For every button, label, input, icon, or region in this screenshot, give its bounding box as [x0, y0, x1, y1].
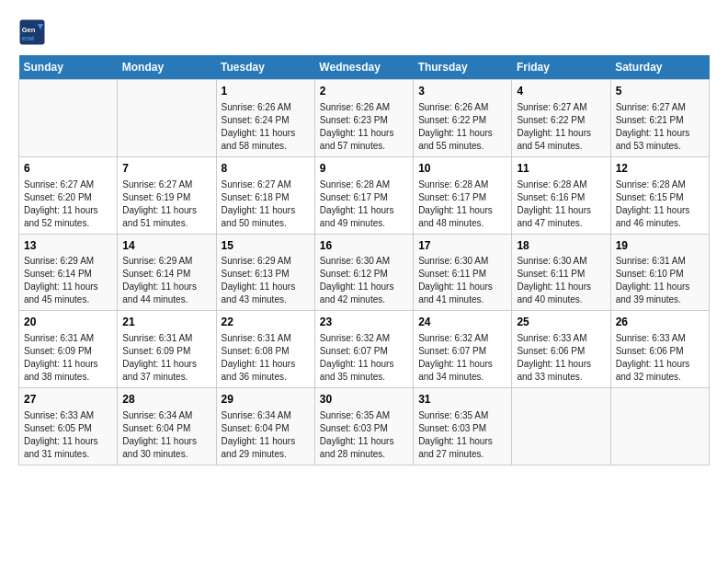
cell-text: Sunrise: 6:32 AM: [320, 332, 408, 345]
day-number: 6: [24, 161, 112, 177]
cell-text: Sunset: 6:03 PM: [320, 422, 408, 435]
cell-text: Daylight: 11 hours and 30 minutes.: [122, 435, 210, 461]
cell-text: Sunset: 6:10 PM: [616, 268, 704, 281]
cell-text: Sunrise: 6:28 AM: [320, 178, 408, 191]
cell-text: Sunrise: 6:31 AM: [616, 255, 704, 268]
cell-text: Daylight: 11 hours and 44 minutes.: [122, 281, 210, 306]
cell-text: Sunset: 6:13 PM: [222, 268, 310, 281]
day-number: 1: [222, 84, 310, 99]
calendar-cell: 27Sunrise: 6:33 AMSunset: 6:05 PMDayligh…: [19, 388, 118, 465]
cell-text: Daylight: 11 hours and 55 minutes.: [418, 127, 506, 153]
day-header-sunday: Sunday: [19, 55, 118, 80]
cell-text: Daylight: 11 hours and 28 minutes.: [320, 435, 408, 461]
week-row-3: 13Sunrise: 6:29 AMSunset: 6:14 PMDayligh…: [19, 234, 710, 311]
cell-text: Daylight: 11 hours and 38 minutes.: [24, 358, 112, 384]
day-number: 13: [24, 238, 112, 254]
day-number: 12: [616, 161, 704, 177]
svg-text:eral: eral: [22, 34, 34, 42]
cell-text: Daylight: 11 hours and 45 minutes.: [24, 281, 112, 306]
cell-text: Sunrise: 6:33 AM: [517, 332, 605, 345]
cell-text: Daylight: 11 hours and 53 minutes.: [616, 127, 704, 153]
cell-text: Sunset: 6:06 PM: [517, 345, 605, 358]
calendar-table: SundayMondayTuesdayWednesdayThursdayFrid…: [18, 55, 710, 465]
day-number: 27: [24, 392, 112, 408]
calendar-cell: 30Sunrise: 6:35 AMSunset: 6:03 PMDayligh…: [314, 388, 413, 465]
day-number: 18: [517, 238, 605, 254]
day-header-tuesday: Tuesday: [216, 55, 314, 80]
day-number: 26: [616, 315, 704, 330]
cell-text: Sunrise: 6:27 AM: [517, 101, 605, 114]
week-row-4: 20Sunrise: 6:31 AMSunset: 6:09 PMDayligh…: [19, 311, 710, 388]
cell-text: Daylight: 11 hours and 41 minutes.: [418, 281, 506, 306]
cell-text: Sunset: 6:17 PM: [320, 191, 408, 204]
cell-text: Sunrise: 6:31 AM: [122, 332, 210, 345]
cell-text: Sunrise: 6:29 AM: [24, 255, 112, 268]
cell-text: Sunrise: 6:28 AM: [517, 178, 605, 191]
cell-text: Sunrise: 6:29 AM: [122, 255, 210, 268]
calendar-cell: [19, 80, 118, 157]
cell-text: Daylight: 11 hours and 54 minutes.: [517, 127, 605, 153]
cell-text: Daylight: 11 hours and 49 minutes.: [320, 204, 408, 230]
cell-text: Sunrise: 6:30 AM: [517, 255, 605, 268]
cell-text: Daylight: 11 hours and 27 minutes.: [418, 435, 506, 461]
cell-text: Sunset: 6:04 PM: [122, 422, 210, 435]
cell-text: Sunrise: 6:34 AM: [222, 409, 310, 422]
cell-text: Daylight: 11 hours and 29 minutes.: [222, 435, 310, 461]
calendar-cell: 23Sunrise: 6:32 AMSunset: 6:07 PMDayligh…: [314, 311, 413, 388]
cell-text: Sunset: 6:22 PM: [517, 114, 605, 127]
day-number: 2: [320, 84, 408, 99]
cell-text: Sunset: 6:05 PM: [24, 422, 112, 435]
calendar-cell: 3Sunrise: 6:26 AMSunset: 6:22 PMDaylight…: [414, 80, 512, 157]
day-number: 29: [222, 392, 310, 408]
calendar-cell: 5Sunrise: 6:27 AMSunset: 6:21 PMDaylight…: [610, 80, 709, 157]
header-row: SundayMondayTuesdayWednesdayThursdayFrid…: [19, 55, 710, 80]
cell-text: Sunrise: 6:29 AM: [222, 255, 310, 268]
cell-text: Sunrise: 6:26 AM: [418, 101, 506, 114]
day-number: 8: [222, 161, 310, 177]
calendar-cell: 14Sunrise: 6:29 AMSunset: 6:14 PMDayligh…: [118, 234, 216, 311]
cell-text: Sunset: 6:15 PM: [616, 191, 704, 204]
cell-text: Sunset: 6:20 PM: [24, 191, 112, 204]
calendar-cell: 17Sunrise: 6:30 AMSunset: 6:11 PMDayligh…: [414, 234, 512, 311]
cell-text: Sunrise: 6:32 AM: [418, 332, 506, 345]
cell-text: Sunset: 6:14 PM: [24, 268, 112, 281]
calendar-cell: [512, 388, 610, 465]
day-number: 17: [418, 238, 506, 254]
cell-text: Daylight: 11 hours and 52 minutes.: [24, 204, 112, 230]
cell-text: Sunrise: 6:28 AM: [616, 178, 704, 191]
day-header-wednesday: Wednesday: [314, 55, 413, 80]
svg-text:Gen: Gen: [22, 26, 36, 34]
logo: Gen eral: [18, 18, 50, 46]
cell-text: Sunset: 6:06 PM: [616, 345, 704, 358]
calendar-cell: 31Sunrise: 6:35 AMSunset: 6:03 PMDayligh…: [414, 388, 512, 465]
calendar-cell: 29Sunrise: 6:34 AMSunset: 6:04 PMDayligh…: [216, 388, 314, 465]
cell-text: Sunset: 6:21 PM: [616, 114, 704, 127]
cell-text: Daylight: 11 hours and 58 minutes.: [222, 127, 310, 153]
cell-text: Sunset: 6:03 PM: [418, 422, 506, 435]
day-header-friday: Friday: [512, 55, 610, 80]
day-number: 4: [517, 84, 605, 99]
week-row-2: 6Sunrise: 6:27 AMSunset: 6:20 PMDaylight…: [19, 156, 710, 234]
calendar-cell: 28Sunrise: 6:34 AMSunset: 6:04 PMDayligh…: [118, 388, 216, 465]
day-number: 9: [320, 161, 408, 177]
day-number: 3: [418, 84, 506, 99]
calendar-cell: [118, 80, 216, 157]
calendar-cell: 18Sunrise: 6:30 AMSunset: 6:11 PMDayligh…: [512, 234, 610, 311]
calendar-cell: 25Sunrise: 6:33 AMSunset: 6:06 PMDayligh…: [512, 311, 610, 388]
week-row-5: 27Sunrise: 6:33 AMSunset: 6:05 PMDayligh…: [19, 388, 710, 465]
cell-text: Daylight: 11 hours and 47 minutes.: [517, 204, 605, 230]
cell-text: Sunset: 6:11 PM: [517, 268, 605, 281]
cell-text: Daylight: 11 hours and 43 minutes.: [222, 281, 310, 306]
calendar-cell: 4Sunrise: 6:27 AMSunset: 6:22 PMDaylight…: [512, 80, 610, 157]
cell-text: Sunset: 6:17 PM: [418, 191, 506, 204]
cell-text: Sunset: 6:07 PM: [418, 345, 506, 358]
calendar-cell: 8Sunrise: 6:27 AMSunset: 6:18 PMDaylight…: [216, 156, 314, 234]
cell-text: Sunrise: 6:27 AM: [24, 178, 112, 191]
cell-text: Sunrise: 6:28 AM: [418, 178, 506, 191]
cell-text: Daylight: 11 hours and 36 minutes.: [222, 358, 310, 384]
cell-text: Daylight: 11 hours and 42 minutes.: [320, 281, 408, 306]
calendar-cell: 6Sunrise: 6:27 AMSunset: 6:20 PMDaylight…: [19, 156, 118, 234]
cell-text: Sunrise: 6:33 AM: [616, 332, 704, 345]
calendar-cell: 10Sunrise: 6:28 AMSunset: 6:17 PMDayligh…: [414, 156, 512, 234]
cell-text: Daylight: 11 hours and 37 minutes.: [122, 358, 210, 384]
